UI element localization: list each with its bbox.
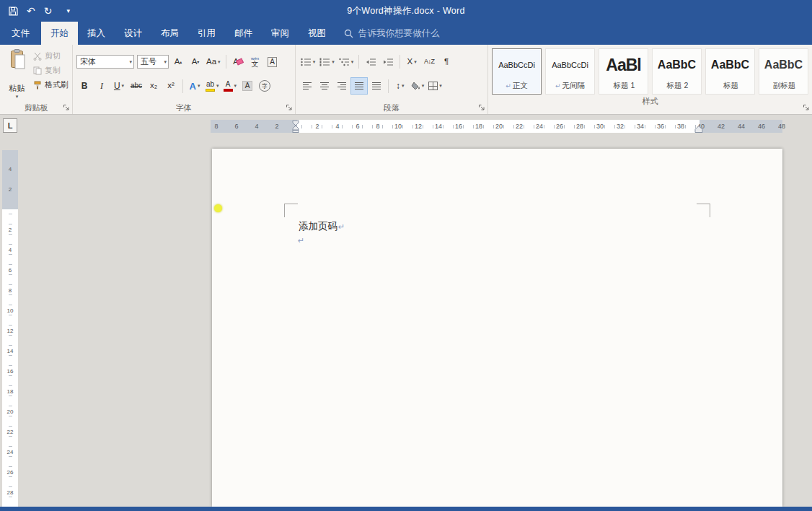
document-page[interactable]: 添加页码 ↵ ↵ <box>212 149 782 507</box>
character-border-button[interactable]: A <box>265 54 281 70</box>
justify-button[interactable] <box>351 78 367 94</box>
right-indent-marker[interactable] <box>694 126 703 133</box>
font-size-combobox[interactable]: 五号 ▾ <box>137 55 169 69</box>
bold-icon: B <box>81 82 88 90</box>
ribbon-tab[interactable]: 视图 <box>299 22 335 45</box>
redo-button[interactable]: ↻ <box>44 6 53 16</box>
copy-button[interactable]: 复制 <box>32 64 70 77</box>
font-name-combobox[interactable]: 宋体 ▾ <box>76 55 134 69</box>
ribbon-tab[interactable]: 插入 <box>78 22 115 45</box>
style-name-row: 标题 <box>722 81 738 91</box>
format-painter-label: 格式刷 <box>45 79 69 90</box>
ribbon-tab[interactable]: 开始 <box>41 22 78 45</box>
ribbon-tab[interactable]: 审阅 <box>262 22 299 45</box>
font-row-1: 宋体 ▾ 五号 ▾ A▴ A▾ Aa ▾ <box>75 53 293 71</box>
ruler-number: 14 <box>7 348 14 354</box>
paragraph-dialog-launcher[interactable] <box>478 104 485 111</box>
numbering-icon <box>319 58 330 66</box>
ribbon-tab[interactable]: 设计 <box>115 22 151 45</box>
enclose-characters-button[interactable]: 字 <box>257 78 273 94</box>
dialog-launcher-icon <box>478 104 485 111</box>
shading-button[interactable]: ▾ <box>410 78 426 94</box>
borders-button[interactable]: ▾ <box>427 78 443 94</box>
font-dialog-launcher[interactable] <box>286 104 293 111</box>
tab-file[interactable]: 文件 <box>0 22 41 45</box>
align-left-button[interactable] <box>299 78 315 94</box>
underline-button[interactable]: U ▾ <box>111 78 127 94</box>
clear-formatting-button[interactable]: A <box>230 54 246 70</box>
word-window: ↶ ↻ ▾ 9个Word神操作.docx - Word 文件 开始 插入 设计 … <box>0 0 812 511</box>
paste-label: 粘贴 <box>9 84 25 93</box>
style-card[interactable]: AaBbC 标题 2 <box>652 48 702 95</box>
decrease-indent-button[interactable] <box>363 54 379 70</box>
ruler-number: 32 <box>617 123 624 130</box>
group-font: 宋体 ▾ 五号 ▾ A▴ A▾ Aa ▾ <box>73 45 296 114</box>
ribbon-tab[interactable]: 布局 <box>151 22 188 45</box>
styles-dialog-launcher[interactable] <box>803 104 810 111</box>
paste-button[interactable]: 粘贴 ▾ <box>2 47 32 101</box>
subscript-button[interactable]: x₂ <box>146 78 162 94</box>
style-card[interactable]: AaBl 标题 1 <box>599 48 648 95</box>
style-preview: AaBbC <box>764 49 803 81</box>
style-card[interactable]: AaBbCcDi ↵ 正文 <box>492 48 542 95</box>
align-center-button[interactable] <box>317 78 332 94</box>
align-right-button[interactable] <box>334 78 350 94</box>
ruler-number: 18 <box>7 388 14 395</box>
paste-icon <box>9 49 25 69</box>
bullets-button[interactable]: ▾ <box>299 54 317 70</box>
multilevel-list-button[interactable]: ▾ <box>337 54 356 70</box>
titlebar: ↶ ↻ ▾ 9个Word神操作.docx - Word <box>0 0 812 22</box>
align-right-icon <box>337 82 347 90</box>
bold-button[interactable]: B <box>76 78 92 94</box>
clipboard-dialog-launcher[interactable] <box>63 104 70 111</box>
ribbon-tab[interactable]: 引用 <box>188 22 225 45</box>
paragraph-mark-icon: ↵ <box>555 82 561 89</box>
text-effects-button[interactable]: A ▾ <box>187 78 203 94</box>
vertical-ruler[interactable]: 42 246810121416182022242628 <box>2 150 18 507</box>
separator <box>182 79 183 93</box>
chevron-down-icon: ▾ <box>414 59 417 65</box>
style-card[interactable]: AaBbCcDi ↵ 无间隔 <box>545 48 595 95</box>
font-color-button[interactable]: A ▾ <box>222 78 239 94</box>
strikethrough-button[interactable]: abc <box>128 78 144 94</box>
customize-qat-button[interactable]: ▾ <box>66 8 70 14</box>
character-shading-button[interactable]: A <box>239 78 255 94</box>
cut-button[interactable]: 剪切 <box>32 49 70 63</box>
ribbon: 粘贴 ▾ 剪切 <box>0 45 812 115</box>
style-card[interactable]: AaBbC 标题 <box>705 48 755 95</box>
phonetic-guide-button[interactable]: wén 文 <box>247 54 263 70</box>
text-highlight-button[interactable]: ab ▾ <box>204 78 221 94</box>
format-painter-button[interactable]: 格式刷 <box>32 78 70 92</box>
increase-indent-button[interactable] <box>380 54 396 70</box>
superscript-icon: x² <box>167 82 175 90</box>
superscript-button[interactable]: x² <box>163 78 179 94</box>
grow-font-button[interactable]: A▴ <box>170 54 186 70</box>
tab-stop-selector[interactable]: L <box>3 118 17 133</box>
tell-me-search[interactable]: 告诉我你想要做什么 <box>344 22 440 45</box>
show-hide-marks-button[interactable]: ¶ <box>438 54 454 70</box>
sort-button[interactable]: A↓Z <box>421 54 437 70</box>
line-spacing-button[interactable]: ↕ ▾ <box>392 78 408 94</box>
phonetic-guide-icon: wén 文 <box>251 56 259 68</box>
change-case-button[interactable]: Aa ▾ <box>205 54 222 70</box>
style-card[interactable]: AaBbC 副标题 <box>759 48 808 95</box>
chevron-down-icon: ▾ <box>402 83 405 89</box>
asian-layout-button[interactable]: X ▾ <box>404 54 420 70</box>
ruler-number: 36 <box>657 123 664 130</box>
align-left-icon <box>302 82 312 90</box>
ruler-number: 20 <box>7 409 14 415</box>
search-placeholder: 告诉我你想要做什么 <box>358 27 440 40</box>
shrink-font-button[interactable]: A▾ <box>187 54 203 70</box>
align-center-icon <box>319 82 330 90</box>
indent-markers[interactable] <box>291 120 300 133</box>
numbering-button[interactable]: ▾ <box>318 54 336 70</box>
horizontal-ruler[interactable]: 8642 24681012141618202224262830323436384… <box>211 120 812 133</box>
ribbon-tab[interactable]: 邮件 <box>225 22 262 45</box>
italic-button[interactable]: I <box>94 78 110 94</box>
undo-button[interactable]: ↶ <box>27 6 35 16</box>
paragraph-mark: ↵ <box>298 236 304 245</box>
ruler-number: 12 <box>415 123 422 130</box>
distribute-button[interactable] <box>369 78 384 94</box>
style-preview: AaBbCcDi <box>552 49 588 81</box>
save-button[interactable] <box>9 6 18 16</box>
